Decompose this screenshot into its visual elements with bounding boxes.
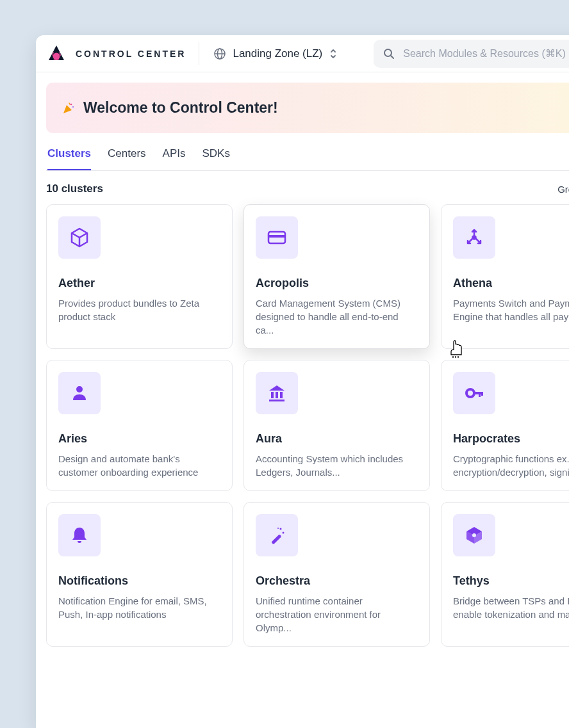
- tab-apis[interactable]: APIs: [163, 138, 186, 170]
- card-title: Notifications: [58, 574, 220, 588]
- search-icon: [383, 47, 395, 60]
- svg-rect-21: [271, 534, 281, 544]
- card-title: Harpocrates: [453, 432, 569, 446]
- cube-icon: [58, 216, 101, 259]
- cluster-card-aries[interactable]: Aries Design and automate bank's custome…: [46, 360, 233, 491]
- party-icon: [62, 101, 76, 115]
- wand-icon: [256, 514, 298, 556]
- card-desc: Provides product bundles to Zeta product…: [58, 296, 220, 323]
- card-desc: Notification Engine for email, SMS, Push…: [58, 594, 220, 621]
- cluster-card-notifications[interactable]: Notifications Notification Engine for em…: [46, 502, 233, 647]
- cluster-grid: Aether Provides product bundles to Zeta …: [46, 204, 569, 647]
- tabs: Clusters Centers APIs SDKs: [46, 138, 569, 171]
- bank-icon: [256, 372, 298, 414]
- card-desc: Card Management System (CMS) designed to…: [256, 296, 418, 337]
- svg-point-25: [472, 533, 476, 537]
- search-container[interactable]: [374, 40, 569, 68]
- welcome-banner: Welcome to Control Center!: [46, 83, 569, 133]
- svg-line-6: [391, 56, 393, 58]
- svg-point-17: [466, 389, 474, 397]
- svg-point-12: [76, 386, 83, 392]
- divider: [199, 42, 199, 65]
- search-input[interactable]: [403, 48, 569, 60]
- groupby-label[interactable]: Group by:: [557, 184, 569, 195]
- card-title: Aether: [58, 277, 220, 290]
- app-title: CONTROL CENTER: [76, 49, 186, 59]
- card-desc: Bridge between TSPs and Issuers to enabl…: [453, 594, 569, 621]
- card-desc: Cryptographic functions ex. encryption/d…: [453, 452, 569, 479]
- svg-rect-13: [271, 392, 274, 398]
- person-icon: [58, 372, 101, 414]
- svg-point-24: [277, 528, 279, 529]
- chevron-updown-icon: [329, 48, 338, 60]
- card-title: Acropolis: [256, 277, 418, 290]
- card-title: Athena: [453, 277, 569, 290]
- svg-rect-18: [474, 392, 482, 394]
- card-title: Aura: [256, 432, 418, 446]
- svg-point-11: [473, 236, 476, 239]
- svg-rect-19: [479, 392, 481, 397]
- svg-rect-10: [268, 235, 285, 238]
- cluster-card-orchestra[interactable]: Orchestra Unified runtime container orch…: [243, 502, 430, 647]
- svg-rect-14: [276, 392, 278, 398]
- svg-point-7: [70, 103, 72, 105]
- app-logo: [46, 44, 67, 64]
- card-desc: Accounting System which includes Ledgers…: [256, 452, 418, 479]
- topbar: CONTROL CENTER Landing Zone (LZ): [36, 35, 569, 72]
- tab-centers[interactable]: Centers: [108, 138, 146, 170]
- card-title: Orchestra: [256, 574, 418, 588]
- card-desc: Unified runtime container orchestration …: [256, 594, 418, 635]
- svg-point-1: [53, 53, 60, 60]
- toolbar: 10 clusters Group by:: [46, 171, 569, 204]
- card-title: Tethys: [453, 574, 569, 588]
- tab-sdks[interactable]: SDKs: [202, 138, 229, 170]
- card-title: Aries: [58, 432, 220, 446]
- svg-rect-15: [280, 392, 283, 398]
- zone-label: Landing Zone (LZ): [233, 47, 322, 60]
- route-icon: [453, 216, 495, 259]
- cluster-card-aether[interactable]: Aether Provides product bundles to Zeta …: [46, 204, 233, 349]
- svg-rect-16: [269, 400, 284, 401]
- zone-selector[interactable]: Landing Zone (LZ): [208, 44, 343, 64]
- cluster-count: 10 clusters: [46, 182, 103, 195]
- svg-point-22: [280, 528, 282, 530]
- globe-icon: [213, 47, 226, 60]
- box3d-icon: [453, 514, 495, 556]
- card-icon: [256, 216, 298, 259]
- svg-point-8: [72, 106, 74, 108]
- cluster-card-athena[interactable]: Athena Payments Switch and Payments Engi…: [441, 204, 569, 349]
- banner-title: Welcome to Control Center!: [83, 99, 278, 117]
- svg-rect-20: [481, 392, 483, 396]
- cluster-card-aura[interactable]: Aura Accounting System which includes Le…: [243, 360, 430, 491]
- svg-point-23: [283, 532, 284, 534]
- tab-clusters[interactable]: Clusters: [47, 138, 91, 170]
- cluster-card-acropolis[interactable]: Acropolis Card Management System (CMS) d…: [243, 204, 430, 349]
- card-desc: Payments Switch and Payments Engine that…: [453, 296, 569, 323]
- bell-icon: [58, 514, 101, 556]
- cluster-card-harpocrates[interactable]: Harpocrates Cryptographic functions ex. …: [441, 360, 569, 491]
- card-desc: Design and automate bank's customer onbo…: [58, 452, 220, 479]
- key-icon: [453, 372, 495, 414]
- cluster-card-tethys[interactable]: Tethys Bridge between TSPs and Issuers t…: [441, 502, 569, 647]
